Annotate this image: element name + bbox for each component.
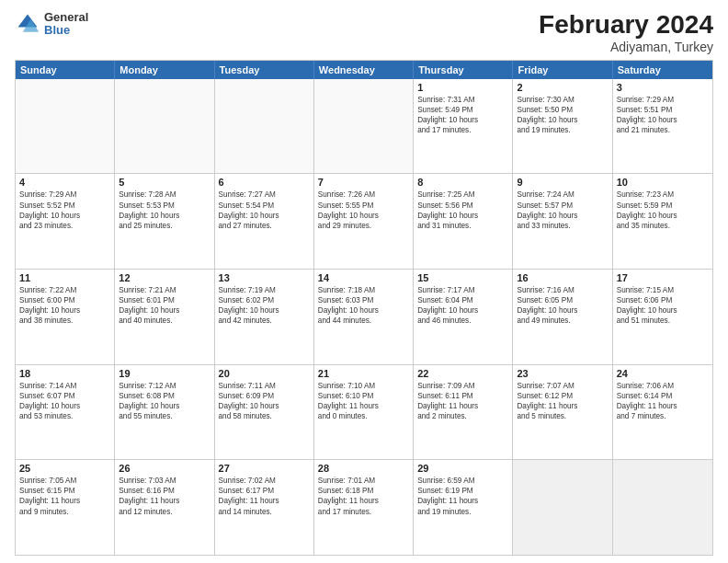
day-info: Sunrise: 7:17 AMSunset: 6:04 PMDaylight:…: [417, 285, 508, 326]
day-cell-22: 22Sunrise: 7:09 AMSunset: 6:11 PMDayligh…: [414, 365, 513, 460]
logo-general: General: [44, 11, 88, 24]
day-number: 12: [119, 272, 210, 283]
day-info: Sunrise: 7:07 AMSunset: 6:12 PMDaylight:…: [517, 381, 608, 421]
day-cell-9: 9Sunrise: 7:24 AMSunset: 5:57 PMDaylight…: [513, 174, 612, 269]
logo-blue: Blue: [44, 24, 88, 37]
day-number: 22: [417, 368, 508, 379]
day-cell-5: 5Sunrise: 7:28 AMSunset: 5:53 PMDaylight…: [115, 174, 214, 269]
day-info: Sunrise: 7:29 AMSunset: 5:51 PMDaylight:…: [617, 95, 709, 135]
day-cell-10: 10Sunrise: 7:23 AMSunset: 5:59 PMDayligh…: [613, 174, 712, 269]
day-cell-27: 27Sunrise: 7:02 AMSunset: 6:17 PMDayligh…: [215, 460, 314, 555]
day-cell-23: 23Sunrise: 7:07 AMSunset: 6:12 PMDayligh…: [513, 365, 612, 460]
day-number: 28: [318, 463, 409, 474]
day-info: Sunrise: 7:22 AMSunset: 6:00 PMDaylight:…: [19, 285, 110, 326]
day-number: 15: [417, 272, 508, 283]
day-cell-14: 14Sunrise: 7:18 AMSunset: 6:03 PMDayligh…: [314, 270, 414, 364]
day-number: 6: [219, 177, 310, 188]
calendar-body: 1Sunrise: 7:31 AMSunset: 5:49 PMDaylight…: [16, 79, 712, 555]
empty-cell-4-5: [513, 460, 612, 555]
calendar-row-0: 1Sunrise: 7:31 AMSunset: 5:49 PMDaylight…: [16, 79, 712, 175]
day-number: 2: [517, 82, 608, 93]
day-info: Sunrise: 7:18 AMSunset: 6:03 PMDaylight:…: [318, 285, 409, 326]
day-cell-20: 20Sunrise: 7:11 AMSunset: 6:09 PMDayligh…: [215, 365, 314, 460]
day-info: Sunrise: 7:26 AMSunset: 5:55 PMDaylight:…: [318, 190, 409, 230]
calendar: SundayMondayTuesdayWednesdayThursdayFrid…: [15, 60, 713, 556]
empty-cell-0-0: [16, 79, 115, 174]
day-info: Sunrise: 7:29 AMSunset: 5:52 PMDaylight:…: [19, 190, 110, 230]
day-number: 11: [19, 272, 110, 283]
calendar-row-4: 25Sunrise: 7:05 AMSunset: 6:15 PMDayligh…: [16, 460, 712, 555]
day-info: Sunrise: 7:30 AMSunset: 5:50 PMDaylight:…: [517, 95, 608, 135]
day-cell-11: 11Sunrise: 7:22 AMSunset: 6:00 PMDayligh…: [16, 270, 115, 364]
day-info: Sunrise: 7:03 AMSunset: 6:16 PMDaylight:…: [119, 476, 210, 516]
day-cell-26: 26Sunrise: 7:03 AMSunset: 6:16 PMDayligh…: [115, 460, 214, 555]
day-info: Sunrise: 7:16 AMSunset: 6:05 PMDaylight:…: [517, 285, 608, 326]
day-info: Sunrise: 7:06 AMSunset: 6:14 PMDaylight:…: [617, 381, 709, 421]
day-info: Sunrise: 7:05 AMSunset: 6:15 PMDaylight:…: [19, 476, 110, 516]
day-number: 5: [119, 177, 210, 188]
day-cell-4: 4Sunrise: 7:29 AMSunset: 5:52 PMDaylight…: [16, 174, 115, 269]
weekday-header-monday: Monday: [115, 61, 214, 79]
day-info: Sunrise: 6:59 AMSunset: 6:19 PMDaylight:…: [417, 476, 508, 516]
day-cell-2: 2Sunrise: 7:30 AMSunset: 5:50 PMDaylight…: [513, 79, 612, 174]
empty-cell-0-2: [215, 79, 314, 174]
empty-cell-0-1: [115, 79, 214, 174]
day-cell-3: 3Sunrise: 7:29 AMSunset: 5:51 PMDaylight…: [613, 79, 712, 174]
calendar-row-2: 11Sunrise: 7:22 AMSunset: 6:00 PMDayligh…: [16, 270, 712, 365]
day-cell-13: 13Sunrise: 7:19 AMSunset: 6:02 PMDayligh…: [215, 270, 314, 364]
day-cell-29: 29Sunrise: 6:59 AMSunset: 6:19 PMDayligh…: [414, 460, 513, 555]
day-info: Sunrise: 7:12 AMSunset: 6:08 PMDaylight:…: [119, 381, 210, 421]
day-number: 18: [19, 368, 110, 379]
day-cell-28: 28Sunrise: 7:01 AMSunset: 6:18 PMDayligh…: [314, 460, 414, 555]
day-number: 29: [417, 463, 508, 474]
weekday-header-friday: Friday: [513, 61, 612, 79]
logo: General Blue: [15, 11, 88, 38]
calendar-header: SundayMondayTuesdayWednesdayThursdayFrid…: [16, 61, 712, 79]
location: Adiyaman, Turkey: [539, 40, 713, 54]
day-info: Sunrise: 7:24 AMSunset: 5:57 PMDaylight:…: [517, 190, 608, 230]
day-cell-6: 6Sunrise: 7:27 AMSunset: 5:54 PMDaylight…: [215, 174, 314, 269]
day-cell-1: 1Sunrise: 7:31 AMSunset: 5:49 PMDaylight…: [414, 79, 513, 174]
day-cell-18: 18Sunrise: 7:14 AMSunset: 6:07 PMDayligh…: [16, 365, 115, 460]
day-number: 14: [318, 272, 409, 283]
day-number: 25: [19, 463, 110, 474]
day-info: Sunrise: 7:21 AMSunset: 6:01 PMDaylight:…: [119, 285, 210, 326]
day-info: Sunrise: 7:09 AMSunset: 6:11 PMDaylight:…: [417, 381, 508, 421]
weekday-header-thursday: Thursday: [414, 61, 513, 79]
day-cell-21: 21Sunrise: 7:10 AMSunset: 6:10 PMDayligh…: [314, 365, 414, 460]
day-info: Sunrise: 7:27 AMSunset: 5:54 PMDaylight:…: [219, 190, 310, 230]
day-cell-15: 15Sunrise: 7:17 AMSunset: 6:04 PMDayligh…: [414, 270, 513, 364]
day-number: 3: [617, 82, 709, 93]
day-info: Sunrise: 7:25 AMSunset: 5:56 PMDaylight:…: [417, 190, 508, 230]
empty-cell-4-6: [613, 460, 712, 555]
day-number: 4: [19, 177, 110, 188]
header: General Blue February 2024 Adiyaman, Tur…: [15, 11, 713, 54]
day-cell-25: 25Sunrise: 7:05 AMSunset: 6:15 PMDayligh…: [16, 460, 115, 555]
day-cell-12: 12Sunrise: 7:21 AMSunset: 6:01 PMDayligh…: [115, 270, 214, 364]
calendar-row-1: 4Sunrise: 7:29 AMSunset: 5:52 PMDaylight…: [16, 174, 712, 270]
day-number: 24: [617, 368, 709, 379]
day-cell-19: 19Sunrise: 7:12 AMSunset: 6:08 PMDayligh…: [115, 365, 214, 460]
calendar-row-3: 18Sunrise: 7:14 AMSunset: 6:07 PMDayligh…: [16, 365, 712, 461]
logo-text: General Blue: [44, 11, 88, 38]
day-number: 13: [219, 272, 310, 283]
page: General Blue February 2024 Adiyaman, Tur…: [0, 0, 728, 563]
weekday-header-wednesday: Wednesday: [314, 61, 414, 79]
day-number: 16: [517, 272, 608, 283]
day-info: Sunrise: 7:15 AMSunset: 6:06 PMDaylight:…: [617, 285, 709, 326]
empty-cell-0-3: [314, 79, 414, 174]
day-cell-7: 7Sunrise: 7:26 AMSunset: 5:55 PMDaylight…: [314, 174, 414, 269]
weekday-header-sunday: Sunday: [16, 61, 115, 79]
weekday-header-tuesday: Tuesday: [215, 61, 314, 79]
day-number: 9: [517, 177, 608, 188]
day-number: 21: [318, 368, 409, 379]
logo-icon: [15, 11, 40, 37]
day-info: Sunrise: 7:19 AMSunset: 6:02 PMDaylight:…: [219, 285, 310, 326]
day-number: 10: [617, 177, 709, 188]
day-cell-8: 8Sunrise: 7:25 AMSunset: 5:56 PMDaylight…: [414, 174, 513, 269]
day-info: Sunrise: 7:02 AMSunset: 6:17 PMDaylight:…: [219, 476, 310, 516]
day-cell-16: 16Sunrise: 7:16 AMSunset: 6:05 PMDayligh…: [513, 270, 612, 364]
day-number: 26: [119, 463, 210, 474]
month-title: February 2024: [539, 11, 713, 40]
day-cell-17: 17Sunrise: 7:15 AMSunset: 6:06 PMDayligh…: [613, 270, 712, 364]
